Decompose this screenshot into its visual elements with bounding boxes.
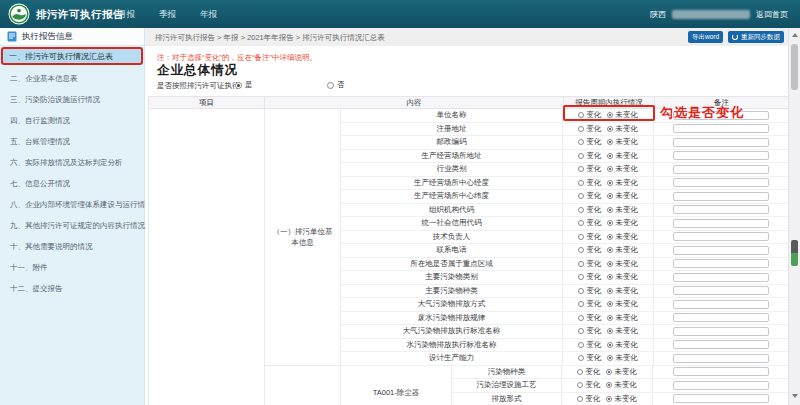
remark-input[interactable] xyxy=(673,124,769,133)
scroll-down-arrow-icon[interactable] xyxy=(792,394,798,398)
remark-input[interactable] xyxy=(673,246,769,255)
radio-unchanged[interactable]: 未变化 xyxy=(607,326,638,336)
radio-changed[interactable]: 变化 xyxy=(578,191,601,201)
remark-input[interactable] xyxy=(673,165,769,174)
remark-input[interactable] xyxy=(673,151,769,160)
radio-unchanged[interactable]: 未变化 xyxy=(607,299,638,309)
radio-unchanged[interactable]: 未变化 xyxy=(607,151,638,161)
remark-input[interactable] xyxy=(673,354,769,363)
top-nav-item[interactable]: 年报 xyxy=(200,9,217,21)
sidebar-menu-item[interactable]: 四、自行监测情况 xyxy=(0,110,145,131)
document-icon xyxy=(7,31,17,42)
radio-unchanged[interactable]: 未变化 xyxy=(607,353,638,363)
radio-changed[interactable]: 变化 xyxy=(578,286,601,296)
radio-changed[interactable]: 变化 xyxy=(578,353,601,363)
remark-input[interactable] xyxy=(673,394,769,403)
sidebar-report-info[interactable]: 执行报告信息 xyxy=(0,28,144,46)
row-remark-cell xyxy=(654,312,788,325)
remark-input[interactable] xyxy=(673,205,769,214)
radio-unchanged[interactable]: 未变化 xyxy=(607,137,638,147)
radio-changed[interactable]: 变化 xyxy=(578,340,601,350)
radio-unchanged[interactable]: 未变化 xyxy=(607,286,638,296)
radio-changed[interactable]: 变化 xyxy=(577,367,600,377)
remark-input[interactable] xyxy=(673,259,769,268)
remark-input[interactable] xyxy=(673,138,769,147)
resync-data-button[interactable]: 重新同步数据 xyxy=(728,31,784,43)
remark-input[interactable] xyxy=(673,327,769,336)
radio-changed[interactable]: 变化 xyxy=(578,272,601,282)
radio-unchanged[interactable]: 未变化 xyxy=(607,245,638,255)
radio-changed[interactable]: 变化 xyxy=(578,218,601,228)
sidebar-menu-item[interactable]: 十、其他需要说明的情况 xyxy=(0,236,145,257)
home-link[interactable]: 返回首页 xyxy=(756,9,788,20)
table-row: 组织机构代码 变化 未变化 xyxy=(341,204,788,218)
radio-changed[interactable]: 变化 xyxy=(577,394,600,404)
radio-yes[interactable]: 是 xyxy=(235,80,253,90)
radio-changed[interactable]: 变化 xyxy=(578,110,601,120)
radio-unchanged[interactable]: 未变化 xyxy=(607,218,638,228)
radio-changed[interactable]: 变化 xyxy=(578,299,601,309)
remark-input[interactable] xyxy=(673,381,769,390)
radio-unchanged[interactable]: 未变化 xyxy=(607,191,638,201)
radio-changed[interactable]: 变化 xyxy=(578,151,601,161)
row-remark-cell xyxy=(654,150,788,163)
scrollbar xyxy=(788,28,800,405)
sidebar-menu-item[interactable]: 十二、提交报告 xyxy=(0,278,145,299)
radio-changed[interactable]: 变化 xyxy=(578,205,601,215)
remark-input[interactable] xyxy=(673,192,769,201)
remark-input[interactable] xyxy=(673,232,769,241)
radio-unchanged[interactable]: 未变化 xyxy=(606,380,637,390)
row-item-label: 生产经营场所中心经度 xyxy=(341,177,563,190)
sidebar-item-summary-selected[interactable]: 一、排污许可执行情况汇总表 xyxy=(1,47,143,65)
scrollbar-thumb[interactable] xyxy=(791,44,798,90)
radio-changed[interactable]: 变化 xyxy=(578,124,601,134)
radio-unchanged[interactable]: 未变化 xyxy=(607,205,638,215)
radio-changed[interactable]: 变化 xyxy=(578,245,601,255)
radio-unchanged[interactable]: 未变化 xyxy=(607,164,638,174)
radio-unchanged[interactable]: 未变化 xyxy=(607,272,638,282)
top-nav-item[interactable]: 月报 xyxy=(118,9,135,21)
export-word-button[interactable]: 导出word xyxy=(688,31,723,43)
remark-input[interactable] xyxy=(673,313,769,322)
radio-changed[interactable]: 变化 xyxy=(578,178,601,188)
radio-no[interactable]: 否 xyxy=(327,80,345,90)
remark-input[interactable] xyxy=(673,273,769,282)
app-logo-icon xyxy=(8,3,30,25)
sidebar-menu-item[interactable]: 五、台账管理情况 xyxy=(0,131,145,152)
radio-unchanged[interactable]: 未变化 xyxy=(606,367,637,377)
remark-input[interactable] xyxy=(673,300,769,309)
remark-input[interactable] xyxy=(673,286,769,295)
sidebar-menu-item[interactable]: 七、信息公开情况 xyxy=(0,173,145,194)
scroll-up-arrow-icon[interactable] xyxy=(792,33,798,37)
radio-unchanged[interactable]: 未变化 xyxy=(607,340,638,350)
radio-changed-label: 变化 xyxy=(585,380,600,390)
radio-changed[interactable]: 变化 xyxy=(577,380,600,390)
remark-input[interactable] xyxy=(673,178,769,187)
radio-changed[interactable]: 变化 xyxy=(578,137,601,147)
radio-changed[interactable]: 变化 xyxy=(578,313,601,323)
radio-unchanged[interactable]: 未变化 xyxy=(607,259,638,269)
breadcrumb[interactable]: 排污许可执行报告 > 年报 > 2021年年报告 > 排污许可执行情况汇总表 xyxy=(155,33,385,43)
sidebar-menu-item[interactable]: 二、企业基本信息表 xyxy=(0,68,145,89)
radio-unchanged[interactable]: 未变化 xyxy=(606,394,637,404)
remark-input[interactable] xyxy=(673,340,769,349)
radio-unchanged[interactable]: 未变化 xyxy=(607,313,638,323)
sidebar-menu-item[interactable]: 六、实际排放情况及达标判定分析 xyxy=(0,152,145,173)
top-nav-item[interactable]: 季报 xyxy=(159,9,176,21)
radio-unchanged[interactable]: 未变化 xyxy=(607,124,638,134)
sidebar-menu-item[interactable]: 九、其他排污许可证规定的内容执行情况 xyxy=(0,215,145,236)
radio-changed[interactable]: 变化 xyxy=(578,259,601,269)
radio-unchanged[interactable]: 未变化 xyxy=(607,232,638,242)
remark-input[interactable] xyxy=(673,219,769,228)
radio-unchanged[interactable]: 未变化 xyxy=(607,110,638,120)
radio-changed-circle-icon xyxy=(578,355,584,361)
remark-input[interactable] xyxy=(673,367,769,376)
radio-changed[interactable]: 变化 xyxy=(578,232,601,242)
radio-changed[interactable]: 变化 xyxy=(578,326,601,336)
radio-unchanged[interactable]: 未变化 xyxy=(607,178,638,188)
sidebar-menu-item[interactable]: 八、企业内部环境管理体系建设与运行情况 xyxy=(0,194,145,215)
sidebar-menu-item[interactable]: 十一、附件 xyxy=(0,257,145,278)
sidebar-menu-item[interactable]: 三、污染防治设施运行情况 xyxy=(0,89,145,110)
radio-changed[interactable]: 变化 xyxy=(578,164,601,174)
radio-changed-label: 变化 xyxy=(586,232,601,242)
